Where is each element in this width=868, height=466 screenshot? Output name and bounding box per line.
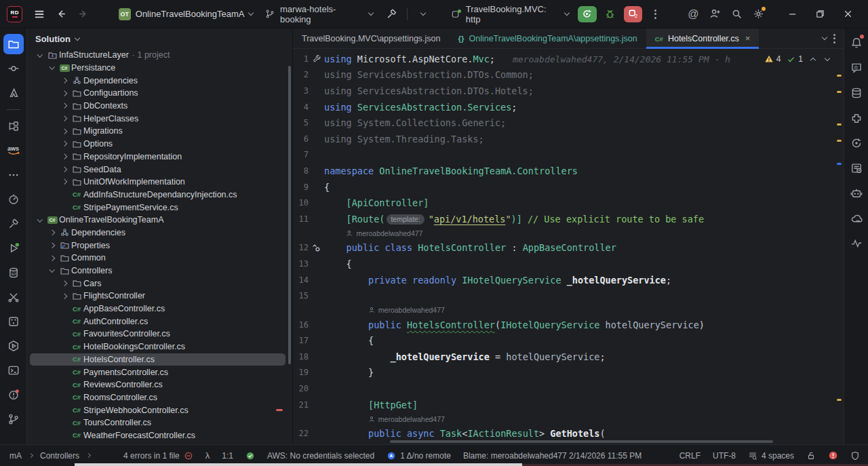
tree-item-tourscontroller-cs[interactable]: C#ToursController.cs	[30, 416, 285, 429]
code-line-20[interactable]: 20	[293, 381, 844, 397]
nuget-target-icon[interactable]	[846, 133, 867, 153]
tree-item-persistance[interactable]: C#Persistance	[30, 62, 285, 75]
prev-problem-button[interactable]	[809, 55, 817, 64]
code-line-22[interactable]: 22 public async Task<IActionResult> GetH…	[293, 425, 844, 442]
more-tools-icon[interactable]	[3, 165, 24, 185]
tree-expander[interactable]	[46, 256, 58, 260]
highlighting-level-widget[interactable]: λ	[199, 448, 216, 464]
tree-expander[interactable]	[58, 281, 70, 286]
stop-button[interactable]: 2	[624, 6, 642, 22]
plugin-tool-icon[interactable]	[846, 108, 867, 128]
tab-appsettings-json[interactable]: TravelBooking.MVC\appsettings.json	[293, 28, 450, 48]
bot-tool-icon[interactable]	[846, 183, 867, 203]
tree-item-migrations[interactable]: Migrations	[30, 125, 285, 138]
tree-item-controllers[interactable]: Controllers	[30, 265, 285, 277]
encoding-widget[interactable]: UTF-8	[707, 448, 742, 464]
stripe-mark[interactable]	[837, 399, 842, 401]
tree-item-stripepaymentservice-cs[interactable]: C#StripePaymentService.cs	[30, 201, 285, 214]
tree-item-hotelbookingscontroller-cs[interactable]: C#HotelBookingsController.cs	[30, 341, 285, 353]
tree-item-authcontroller-cs[interactable]: C#AuthController.cs	[30, 315, 285, 328]
blame-widget[interactable]: Blame: meroabdelwahed477 2/14/2026 11:55…	[457, 448, 648, 464]
project-widget[interactable]: OT OnlineTravelBookingTeamA	[113, 4, 259, 24]
unit-tests-tool-icon[interactable]	[3, 311, 24, 332]
inspection-widget[interactable]: 4 1	[759, 53, 833, 65]
tree-expander[interactable]	[58, 155, 70, 159]
tree-expander[interactable]	[34, 54, 45, 58]
tree-item-roomscontroller-cs[interactable]: C#RoomsController.cs	[30, 391, 285, 404]
tree-expander[interactable]	[46, 66, 58, 70]
tree-item-options[interactable]: Options	[30, 138, 285, 151]
code-line-15[interactable]: 15	[293, 288, 844, 304]
tab-close-icon[interactable]: ×	[745, 33, 751, 43]
cwm-status-widget[interactable]	[239, 448, 261, 464]
solution-panel-header[interactable]: Solution	[27, 28, 292, 49]
problems-tool-icon[interactable]	[3, 385, 24, 405]
code-line-21[interactable]: 21 [HttpGet]	[293, 397, 844, 413]
cloud-tool-icon[interactable]	[846, 208, 867, 229]
tree-item-favouritescontroller-cs[interactable]: C#FavouritesController.cs	[30, 328, 285, 341]
tree-item-seeddata[interactable]: SeedData	[30, 163, 285, 176]
tree-expander[interactable]	[58, 117, 70, 121]
search-everywhere-button[interactable]	[726, 4, 747, 24]
tree-expander[interactable]	[58, 168, 70, 172]
rerun-button[interactable]	[578, 6, 596, 22]
readonly-lock-widget[interactable]	[800, 448, 822, 464]
tree-item-dependencies[interactable]: Dependencies	[30, 227, 285, 239]
code-line-3[interactable]: 3using ServicesAbstraction.DTOs.Hotels;	[293, 83, 844, 99]
breadcrumb-folder[interactable]: Controllers	[34, 448, 85, 464]
stripe-mark[interactable]	[837, 75, 842, 77]
commit-tool-icon[interactable]	[3, 58, 24, 79]
tree-expander[interactable]	[58, 130, 70, 134]
tree-item-unitofworkimplementation[interactable]: UnitOfWorkImplementation	[30, 176, 285, 189]
vcs-branch-widget[interactable]: marwa-hotels-booking	[260, 4, 378, 24]
project-tool-icon[interactable]	[3, 34, 24, 54]
tree-expander[interactable]	[46, 244, 58, 248]
error-stripe[interactable]	[835, 49, 844, 444]
code-line-17[interactable]: 17 {	[293, 333, 844, 349]
author-code-vision-hint[interactable]: meroabdelwahed477	[293, 304, 844, 317]
code-line-9[interactable]: 9{	[293, 179, 844, 195]
tree-expander[interactable]	[58, 142, 70, 146]
tree-item-properties[interactable]: Properties	[30, 239, 285, 252]
tree-expander[interactable]	[58, 180, 70, 184]
tree-item-paymentscontroller-cs[interactable]: C#PaymentsController.cs	[30, 366, 285, 378]
code-line-7[interactable]: 7	[293, 147, 844, 163]
tree-expander[interactable]	[58, 92, 70, 96]
tree-item-flightscontroller[interactable]: FlightsController	[30, 290, 285, 303]
stripe-mark[interactable]	[837, 123, 842, 125]
tree-item-addinfastructuredependancyinjection-cs[interactable]: C#AddInfaStructureDependancyInjection.cs	[30, 189, 285, 201]
stripe-mark[interactable]	[837, 91, 842, 93]
tree-item-appbasecontroller-cs[interactable]: C#AppBaseController.cs	[30, 303, 285, 315]
tree-item-dbcontexts[interactable]: DbContexts	[30, 100, 285, 113]
error-notification-badge[interactable]	[822, 448, 844, 464]
indent-widget[interactable]: 4 spaces	[742, 448, 800, 464]
ai-chat-tool-icon[interactable]: @	[846, 58, 867, 78]
close-button[interactable]	[835, 4, 861, 24]
passed-indicator[interactable]: 1	[787, 54, 803, 64]
solution-scrollbar[interactable]	[288, 66, 291, 364]
tree-item-reviewscontroller-cs[interactable]: C#ReviewsController.cs	[30, 378, 285, 391]
tree-item-cars[interactable]: Cars	[30, 277, 285, 290]
structure-tool-icon[interactable]	[3, 116, 24, 136]
tab-options-kebab[interactable]	[833, 34, 835, 43]
aws-tool-icon[interactable]: aws	[3, 140, 24, 161]
line-ending-widget[interactable]: CRLF	[673, 448, 707, 464]
build-button[interactable]	[381, 4, 401, 24]
tree-item-stripewebhookcontroller-cs[interactable]: C#StripeWebhookController.cs	[30, 404, 285, 416]
caret-position-widget[interactable]: 1:1	[216, 448, 239, 464]
build-options-chevron[interactable]	[413, 4, 433, 24]
database-tool-icon[interactable]	[846, 83, 867, 103]
tree-item-weatherforecastcontroller-cs[interactable]: C#WeatherForecastController.cs	[30, 429, 285, 442]
tree-expander[interactable]	[46, 269, 58, 273]
code-line-14[interactable]: 14 private readonly IHotelQueryService _…	[293, 272, 844, 288]
tree-item-infastructurelayer[interactable]: InfaStructureLayer· 1 project	[30, 49, 285, 62]
tree-expander[interactable]	[58, 294, 70, 298]
code-line-2[interactable]: 2using ServicesAbstraction.DTOs.Common;	[293, 67, 844, 83]
horizontal-scrollbar[interactable]	[390, 440, 773, 443]
next-problem-button[interactable]	[823, 57, 831, 62]
code-line-11[interactable]: 11 [Route(template:"api/v1/hotels")] // …	[293, 211, 844, 227]
stripe-mark[interactable]	[837, 163, 842, 165]
stripe-mark[interactable]	[837, 140, 842, 142]
build-tool-icon[interactable]	[3, 214, 24, 234]
minimize-button[interactable]	[779, 4, 806, 24]
